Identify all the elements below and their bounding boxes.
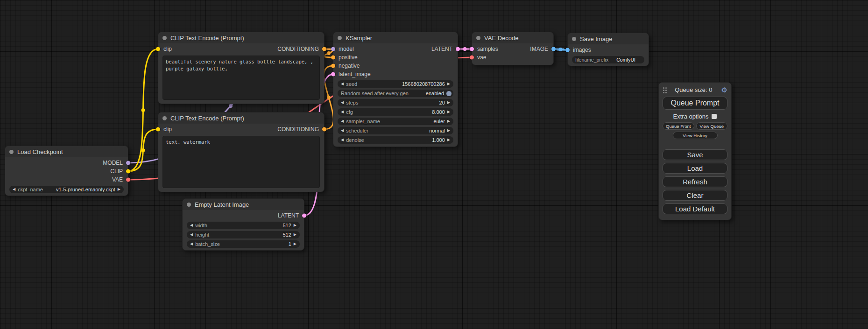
port-row: clip CONDITIONING [158, 125, 324, 133]
queue-panel: Queue size: 0 ⚙ Queue Prompt Extra optio… [658, 82, 732, 220]
negative-prompt-textarea[interactable]: text, watermark [162, 136, 320, 188]
prev-option-arrow-icon[interactable]: ◀ [341, 129, 344, 133]
decrement-arrow-icon[interactable]: ◀ [341, 110, 344, 114]
node-header[interactable]: Save Image [568, 33, 649, 44]
decrement-arrow-icon[interactable]: ◀ [341, 82, 344, 86]
increment-arrow-icon[interactable]: ▶ [447, 110, 450, 114]
port-vd-image-out[interactable] [551, 47, 556, 51]
widget-label: steps [346, 100, 358, 105]
denoise-widget[interactable]: ◀ denoise 1.000 ▶ [338, 136, 453, 144]
port-row: MODEL [5, 159, 128, 167]
node-header[interactable]: CLIP Text Encode (Prompt) [158, 112, 324, 124]
node-vae-decode[interactable]: VAE Decode samples IMAGE vae [472, 32, 554, 65]
view-queue-button[interactable]: View Queue [696, 122, 728, 130]
sampler-name-widget[interactable]: ◀ sampler_name euler ▶ [338, 118, 453, 125]
save-button[interactable]: Save [663, 149, 727, 160]
node-header[interactable]: CLIP Text Encode (Prompt) [158, 32, 324, 43]
queue-front-button[interactable]: Queue Front [663, 122, 694, 130]
port-ks-model-in[interactable] [331, 47, 335, 51]
port-vd-samples-in[interactable] [470, 47, 474, 51]
port-cn-clip-in[interactable] [156, 127, 160, 132]
clear-button[interactable]: Clear [663, 190, 727, 201]
toggle-dot-icon[interactable] [446, 91, 452, 96]
collapse-dot-icon[interactable] [572, 37, 576, 41]
port-cp-clip-in[interactable] [156, 47, 160, 51]
port-ks-latent-in[interactable] [331, 72, 335, 77]
node-save-image[interactable]: Save Image images filename_prefix ComfyU… [567, 33, 649, 66]
node-header[interactable]: KSampler [333, 32, 458, 43]
widget-value: normal [371, 128, 445, 133]
widget-value: 1 [222, 241, 291, 247]
increment-arrow-icon[interactable]: ▶ [447, 82, 450, 86]
seed-widget[interactable]: ◀ seed 156680208700286 ▶ [338, 80, 453, 88]
increment-arrow-icon[interactable]: ▶ [294, 242, 296, 246]
widget-value: 8.000 [355, 109, 445, 115]
increment-arrow-icon[interactable]: ▶ [447, 138, 450, 142]
node-header[interactable]: Empty Latent Image [183, 199, 304, 210]
drag-handle-icon[interactable] [663, 87, 664, 89]
node-clip-text-encode-positive[interactable]: CLIP Text Encode (Prompt) clip CONDITION… [158, 32, 325, 104]
port-row: model LATENT [333, 45, 458, 53]
load-default-button[interactable]: Load Default [663, 203, 727, 214]
next-option-arrow-icon[interactable]: ▶ [447, 129, 450, 133]
collapse-dot-icon[interactable] [476, 36, 480, 40]
decrement-arrow-icon[interactable]: ◀ [190, 233, 193, 237]
width-widget[interactable]: ◀ width 512 ▶ [187, 222, 300, 229]
decrement-arrow-icon[interactable]: ◀ [190, 242, 193, 246]
increment-arrow-icon[interactable]: ▶ [294, 224, 296, 227]
port-ks-latent-out[interactable] [456, 47, 460, 51]
output-label: VAE [112, 176, 123, 183]
port-ks-positive-in[interactable] [331, 56, 335, 60]
decrement-arrow-icon[interactable]: ◀ [341, 101, 344, 105]
port-lc-model-out[interactable] [126, 161, 130, 165]
node-header[interactable]: VAE Decode [472, 32, 553, 43]
port-si-images-in[interactable] [565, 48, 570, 52]
steps-widget[interactable]: ◀ steps 20 ▶ [338, 99, 453, 106]
widget-label: ckpt_name [18, 187, 43, 192]
port-lc-clip-out[interactable] [126, 169, 130, 174]
node-load-checkpoint[interactable]: Load Checkpoint MODEL CLIP VAE ◀ ckpt_na… [5, 146, 128, 196]
collapse-dot-icon[interactable] [162, 36, 167, 40]
positive-prompt-textarea[interactable]: beautiful scenery nature glass bottle la… [162, 56, 320, 100]
port-lc-vae-out[interactable] [126, 178, 130, 182]
settings-gear-icon[interactable]: ⚙ [721, 86, 727, 93]
decrement-arrow-icon[interactable]: ◀ [341, 138, 344, 142]
port-el-latent-out[interactable] [302, 214, 306, 218]
batch-size-widget[interactable]: ◀ batch_size 1 ▶ [187, 240, 300, 248]
increment-arrow-icon[interactable]: ▶ [118, 188, 120, 191]
collapse-dot-icon[interactable] [187, 203, 191, 207]
height-widget[interactable]: ◀ height 512 ▶ [187, 231, 300, 238]
increment-arrow-icon[interactable]: ▶ [447, 101, 450, 105]
port-cp-cond-out[interactable] [322, 47, 326, 51]
random-seed-toggle-widget[interactable]: Random seed after every gen enabled [338, 90, 453, 97]
filename-prefix-widget[interactable]: filename_prefix ComfyUI [572, 56, 644, 63]
widget-value: ComfyUI [611, 57, 641, 63]
refresh-button[interactable]: Refresh [663, 176, 727, 187]
input-label: vae [477, 54, 486, 61]
load-button[interactable]: Load [663, 163, 727, 174]
port-cn-cond-out[interactable] [322, 127, 326, 132]
collapse-dot-icon[interactable] [338, 36, 342, 40]
prev-option-arrow-icon[interactable]: ◀ [341, 119, 344, 123]
port-ks-negative-in[interactable] [331, 64, 335, 68]
queue-size-label: Queue size: 0 [666, 86, 721, 93]
decrement-arrow-icon[interactable]: ◀ [13, 188, 15, 191]
increment-arrow-icon[interactable]: ▶ [294, 233, 296, 237]
node-header[interactable]: Load Checkpoint [5, 146, 128, 157]
node-clip-text-encode-negative[interactable]: CLIP Text Encode (Prompt) clip CONDITION… [158, 112, 325, 192]
extra-options-checkbox[interactable] [712, 114, 717, 119]
collapse-dot-icon[interactable] [162, 116, 167, 120]
widget-value: 20 [360, 100, 445, 105]
view-history-button[interactable]: View History [673, 132, 718, 139]
node-ksampler[interactable]: KSampler model LATENT positive negative … [333, 32, 458, 147]
queue-prompt-button[interactable]: Queue Prompt [663, 97, 727, 110]
next-option-arrow-icon[interactable]: ▶ [447, 119, 450, 123]
port-vd-vae-in[interactable] [470, 56, 474, 60]
scheduler-widget[interactable]: ◀ scheduler normal ▶ [338, 127, 453, 134]
output-label: IMAGE [530, 46, 548, 52]
collapse-dot-icon[interactable] [9, 150, 14, 154]
decrement-arrow-icon[interactable]: ◀ [190, 224, 193, 227]
cfg-widget[interactable]: ◀ cfg 8.000 ▶ [338, 108, 453, 116]
ckpt-name-widget[interactable]: ◀ ckpt_name v1-5-pruned-emaonly.ckpt ▶ [9, 186, 124, 193]
node-empty-latent-image[interactable]: Empty Latent Image LATENT ◀ width 512 ▶ … [182, 198, 304, 251]
